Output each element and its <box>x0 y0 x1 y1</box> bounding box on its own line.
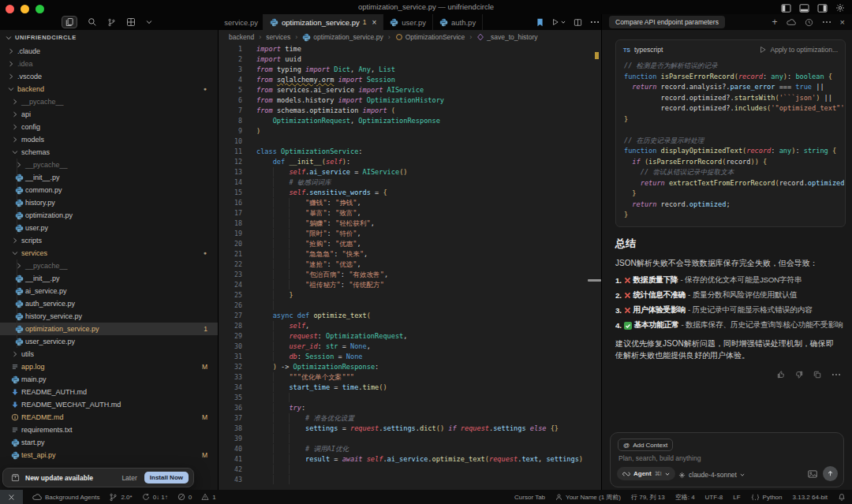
later-button[interactable]: Later <box>121 474 136 482</box>
tree-item-readme-auth-md[interactable]: README_AUTH.md <box>0 386 218 398</box>
tree-item-readme-md[interactable]: README.mdM <box>0 411 218 424</box>
send-button[interactable] <box>823 466 838 481</box>
tree-item--pycache-[interactable]: __pycache__ <box>0 95 218 108</box>
breadcrumb-item[interactable]: backend <box>229 33 254 41</box>
model-selector[interactable]: claude-4-sonnet <box>678 471 745 479</box>
tree-item-test-api-py[interactable]: test_api.pyM <box>0 449 218 461</box>
tree-item--claude[interactable]: .claude <box>0 45 218 58</box>
code-area[interactable]: 1import time2import uuid3from typing imp… <box>219 44 601 490</box>
close-window-button[interactable] <box>6 5 14 13</box>
tree-item-history-service-py[interactable]: history_service.py <box>0 310 218 323</box>
breadcrumb-item[interactable]: services <box>266 33 290 41</box>
status-item-0-1-[interactable]: 0↓ 1↑ <box>142 493 168 501</box>
status-item-0[interactable]: 0 <box>178 493 192 501</box>
status-item-lf[interactable]: LF <box>733 494 740 501</box>
tree-item-services[interactable]: services● <box>0 247 218 259</box>
status-item-python[interactable]: Python <box>751 494 783 501</box>
breadcrumb-item[interactable]: optimization_service.py <box>302 33 383 42</box>
chat-more-icon[interactable] <box>822 21 831 24</box>
remote-indicator[interactable] <box>0 490 23 504</box>
chat-input-box[interactable]: @Add Context Plan, search, build anythin… <box>610 432 844 487</box>
tree-item--pycache-[interactable]: __pycache__ <box>0 159 218 171</box>
tab-user-py[interactable]: user.py <box>383 14 433 30</box>
tab-optimization-service-py[interactable]: optimization_service.py1× <box>263 14 383 30</box>
status-item-background-agents[interactable]: Background Agents <box>32 493 99 501</box>
status-item--79-13[interactable]: 行 79, 列 13 <box>631 493 665 502</box>
explorer-section-header[interactable]: UNIFRIENDCIRCLE <box>0 30 218 45</box>
tree-item-common-py[interactable]: common.py <box>0 184 218 196</box>
chat-tab[interactable]: Compare API endpoint parameters <box>609 16 725 28</box>
install-now-button[interactable]: Install Now <box>144 472 189 483</box>
toggle-left-panel-icon[interactable] <box>781 4 791 13</box>
code-line-13: 13self.ai_service = AIService() <box>219 167 601 177</box>
line-number: 4 <box>219 75 242 85</box>
minimize-window-button[interactable] <box>21 5 29 13</box>
thumbs-up-icon[interactable] <box>777 371 785 379</box>
copy-response-icon[interactable] <box>813 371 821 379</box>
close-tab-icon[interactable]: × <box>372 18 376 27</box>
status-item-2-0-[interactable]: 2.0* <box>109 493 132 502</box>
tree-item--init-py[interactable]: __init__.py <box>0 272 218 285</box>
tree-item-utils[interactable]: utils <box>0 348 218 360</box>
history-icon[interactable] <box>805 18 813 27</box>
add-context-chip[interactable]: @Add Context <box>618 439 673 451</box>
status-item-your-name-1-[interactable]: Your Name (1 周前) <box>555 493 621 502</box>
breadcrumb-item[interactable]: _save_to_history <box>476 33 537 41</box>
tree-item-readme-wechat-auth-md[interactable]: README_WECHAT_AUTH.md <box>0 398 218 411</box>
cursor-tab-icon[interactable] <box>536 18 544 27</box>
maximize-window-button[interactable] <box>36 5 44 13</box>
tree-item-history-py[interactable]: history.py <box>0 196 218 209</box>
apply-button[interactable]: Apply to optimization... <box>759 46 838 54</box>
editor-more-actions-icon[interactable] <box>590 21 600 24</box>
settings-gear-icon[interactable] <box>835 3 845 13</box>
tree-item-user-service-py[interactable]: user_service.py <box>0 335 218 348</box>
cloud-icon[interactable] <box>787 18 796 26</box>
response-more-icon[interactable] <box>831 373 841 376</box>
source-control-view-icon[interactable] <box>107 18 116 27</box>
code-editor[interactable]: backend›services›optimization_service.py… <box>219 30 601 490</box>
status-item-3-13-2-64-bit[interactable]: 3.13.2 64-bit <box>793 494 828 501</box>
tree-item-ai-service-py[interactable]: ai_service.py <box>0 285 218 297</box>
new-chat-icon[interactable]: + <box>772 17 778 28</box>
status-item-cursor-tab[interactable]: Cursor Tab <box>514 494 545 501</box>
line-number: 22 <box>219 259 242 270</box>
status-item--4[interactable]: 空格: 4 <box>675 493 695 502</box>
scrollbar-thumb[interactable] <box>588 279 601 282</box>
tree-item--init-py[interactable]: __init__.py <box>0 171 218 184</box>
tree-item-scripts[interactable]: scripts <box>0 234 218 247</box>
attach-image-icon[interactable] <box>808 470 817 478</box>
split-editor-icon[interactable] <box>574 18 582 27</box>
tree-item-optimization-service-py[interactable]: optimization_service.py1 <box>0 323 218 335</box>
status-item[interactable] <box>838 493 846 501</box>
toggle-bottom-panel-icon[interactable] <box>799 4 809 13</box>
tree-item-config[interactable]: config <box>0 121 218 133</box>
tree-item-auth-service-py[interactable]: auth_service.py <box>0 297 218 310</box>
thumbs-down-icon[interactable] <box>795 371 803 379</box>
tree-item-models[interactable]: models <box>0 133 218 146</box>
tree-item-main-py[interactable]: main.py <box>0 373 218 386</box>
extensions-view-icon[interactable] <box>126 17 136 27</box>
agent-mode-selector[interactable]: Agent ⌘I <box>617 467 675 480</box>
tree-item-user-py[interactable]: user.py <box>0 222 218 234</box>
breadcrumb-item[interactable]: OptimizationService <box>395 33 465 41</box>
tree-item-api[interactable]: api <box>0 108 218 121</box>
close-chat-icon[interactable]: × <box>840 17 845 27</box>
explorer-view-icon[interactable] <box>62 16 77 28</box>
tree-item-backend[interactable]: backend● <box>0 83 218 95</box>
tab-auth-py[interactable]: auth.py <box>433 14 483 30</box>
tree-item--idea[interactable]: .idea <box>0 58 218 70</box>
status-item-1[interactable]: 1 <box>201 493 215 501</box>
tree-item-optimization-py[interactable]: optimization.py <box>0 209 218 222</box>
tree-item-schemas[interactable]: schemas <box>0 146 218 159</box>
tree-item-start-py[interactable]: start.py <box>0 436 218 449</box>
status-item-utf-8[interactable]: UTF-8 <box>705 494 723 501</box>
views-chevron-down-icon[interactable] <box>146 19 152 25</box>
tree-item-requirements-txt[interactable]: requirements.txt <box>0 424 218 436</box>
search-view-icon[interactable] <box>88 17 97 27</box>
tree-item--pycache-[interactable]: __pycache__ <box>0 259 218 272</box>
tree-item-app-log[interactable]: app.logM <box>0 360 218 373</box>
tab-service-py[interactable]: service.py <box>219 14 263 30</box>
run-python-file-button[interactable] <box>551 18 566 26</box>
toggle-right-panel-icon[interactable] <box>817 4 828 13</box>
tree-item--vscode[interactable]: .vscode <box>0 70 218 83</box>
